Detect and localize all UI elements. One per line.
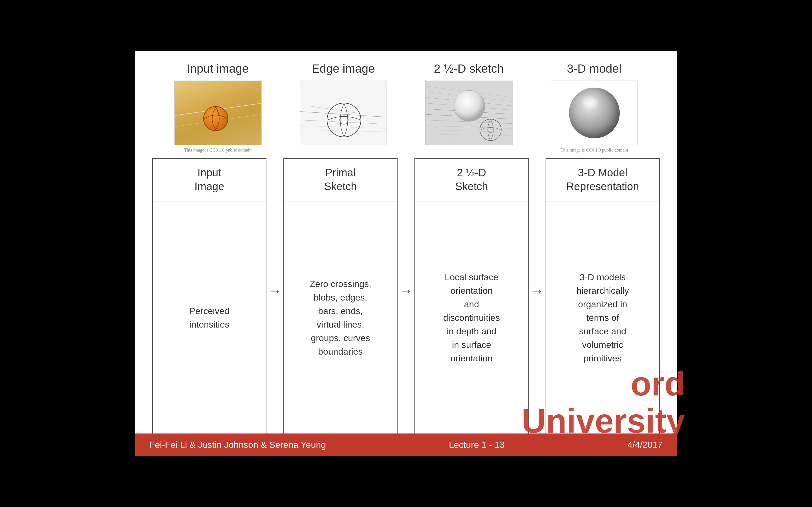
input-image-title: Input image xyxy=(187,62,249,75)
slide: Input image xyxy=(135,51,677,456)
ball-lines-svg xyxy=(203,106,229,131)
box-2: PrimalSketch Zero crossings,blobs, edges… xyxy=(283,158,398,435)
sketch-2d-col: 2 ½-D sketch xyxy=(406,62,531,145)
box-3-top-text: 2 ½-DSketch xyxy=(455,166,488,194)
box-4-top: 3-D ModelRepresentation xyxy=(546,159,659,202)
sketch-2d-title: 2 ½-D sketch xyxy=(434,62,504,75)
input-image-col: Input image xyxy=(155,62,281,153)
model-3d-credit: This image is CC0 1.0 public domain xyxy=(560,148,628,153)
3d-sphere xyxy=(569,88,620,138)
box-1-top: InputImage xyxy=(153,159,266,202)
edge-image-visual xyxy=(300,80,387,145)
arrow-3: → xyxy=(529,283,546,299)
input-image-credit: This image is CC0 1.0 public domain xyxy=(184,148,252,153)
box-2-bottom-text: Zero crossings,blobs, edges,bars, ends,v… xyxy=(310,277,371,358)
edge-image-placeholder xyxy=(300,80,387,145)
stanford-word1: ord xyxy=(522,365,685,402)
arrow-2-icon: → xyxy=(399,283,413,299)
sketch-2d-visual xyxy=(426,80,512,145)
input-image-placeholder xyxy=(174,80,262,145)
basketball xyxy=(203,106,229,131)
box-2-top: PrimalSketch xyxy=(284,159,397,202)
box-1-top-text: InputImage xyxy=(195,166,224,194)
edge-image-svg xyxy=(300,80,387,145)
svg-rect-1 xyxy=(300,80,387,145)
arrow-1: → xyxy=(266,283,283,299)
model-3d-visual xyxy=(551,80,638,145)
model-3d-col: 3-D model This image is CC0 1.0 public d… xyxy=(531,62,657,153)
box-1-bottom: Perceivedintensities xyxy=(153,202,266,434)
box-1: InputImage Perceivedintensities xyxy=(152,158,266,435)
edge-image-col: Edge image xyxy=(281,62,406,145)
box-3-bottom: Local surfaceorientationanddiscontinuiti… xyxy=(415,202,528,434)
sketch-2d-svg xyxy=(426,80,513,145)
svg-point-0 xyxy=(204,107,228,131)
sketch-2d-placeholder xyxy=(425,80,513,145)
arrow-2: → xyxy=(398,283,414,299)
footer-lecture: Lecture 1 - 13 xyxy=(449,440,504,450)
box-2-bottom: Zero crossings,blobs, edges,bars, ends,v… xyxy=(284,202,397,434)
arrow-1-icon: → xyxy=(268,283,282,299)
box-1-bottom-text: Perceivedintensities xyxy=(189,304,229,331)
box-3-bottom-text: Local surfaceorientationanddiscontinuiti… xyxy=(443,270,500,365)
stanford-word2: University xyxy=(522,402,685,439)
box-4-top-text: 3-D ModelRepresentation xyxy=(566,166,639,194)
stanford-watermark: ord University xyxy=(522,365,685,439)
arrow-3-icon: → xyxy=(530,283,544,299)
box-2-top-text: PrimalSketch xyxy=(324,166,357,194)
basketball-court-bg xyxy=(175,80,261,145)
box-3-top: 2 ½-DSketch xyxy=(415,159,528,202)
footer-authors: Fei-Fei Li & Justin Johnson & Serena Yeu… xyxy=(149,440,326,450)
box-3: 2 ½-DSketch Local surfaceorientationandd… xyxy=(414,158,529,435)
box-4-bottom-text: 3-D modelshierarchicallyorganized interm… xyxy=(576,270,629,365)
images-section: Input image xyxy=(149,62,663,153)
model-3d-placeholder xyxy=(551,80,638,145)
svg-point-25 xyxy=(454,91,485,121)
edge-image-title: Edge image xyxy=(312,62,375,75)
footer-date: 4/4/2017 xyxy=(627,440,663,450)
model-3d-title: 3-D model xyxy=(567,62,622,75)
